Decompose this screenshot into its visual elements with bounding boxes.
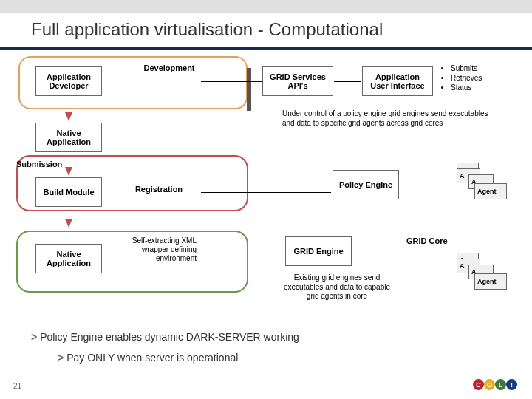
- registration-label: Registration: [126, 185, 192, 194]
- policy-note: Under control of a policy engine grid en…: [282, 109, 489, 128]
- connector-line: [296, 96, 296, 236]
- diagram-area: Application Developer Development GRID S…: [0, 50, 532, 361]
- footer-bullet-1: >Policy Engine enables dynamic DARK-SERV…: [31, 331, 299, 343]
- footer-bullet-2: >Pay ONLY when server is operational: [58, 352, 238, 364]
- connector-line: [334, 81, 361, 82]
- existing-note: Existing grid engines send executables a…: [278, 273, 396, 301]
- connector-line: [399, 185, 455, 185]
- connector-line: [201, 81, 262, 82]
- agent-stack-bottom: A A A Agent: [457, 253, 510, 297]
- box-grid-engine: GRID Engine: [285, 236, 352, 266]
- box-agent: Agent: [474, 273, 507, 290]
- connector-line: [353, 253, 455, 253]
- connector-line: [318, 201, 318, 236]
- agent-stack-top: A A A Agent: [457, 163, 510, 207]
- header-bar: [0, 0, 532, 13]
- box-policy-engine: Policy Engine: [332, 170, 399, 200]
- arrow-down-icon: [65, 112, 72, 121]
- box-agent: Agent: [474, 183, 507, 200]
- connector-line: [201, 192, 331, 193]
- logo-letter: O: [484, 379, 495, 390]
- logo-letter: T: [506, 379, 517, 390]
- arrow-down-icon: [65, 219, 72, 228]
- box-grid-services: GRID Services API's: [262, 66, 333, 96]
- box-app-ui: Application User Interface: [362, 66, 433, 96]
- box-app-developer: Application Developer: [35, 66, 102, 96]
- connector-line: [201, 259, 284, 259]
- box-native-app-2: Native Application: [35, 244, 102, 273]
- page-number: 21: [13, 382, 21, 390]
- logo-letter: L: [495, 379, 506, 390]
- gridcore-label: GRID Core: [406, 236, 448, 245]
- bullet-retrieves: Retrieves: [451, 73, 482, 83]
- development-label: Development: [136, 64, 202, 72]
- submission-label: Submission: [16, 160, 62, 168]
- slide-title: Full application virtualisation - Comput…: [0, 13, 532, 50]
- selfextract-label: Self-extracting XML wrapper defining env…: [124, 236, 197, 263]
- footer-text-2: Pay ONLY when server is operational: [66, 352, 238, 364]
- footer-text-1: Policy Engine enables dynamic DARK-SERVE…: [40, 331, 299, 343]
- dark-tab: [247, 68, 251, 111]
- bullet-status: Status: [451, 83, 482, 92]
- logo-letter: C: [473, 379, 484, 390]
- bullet-submits: Submits: [451, 64, 482, 73]
- box-build-module: Build Module: [35, 177, 102, 207]
- colt-logo: C O L T: [473, 379, 517, 390]
- box-native-app-1: Native Application: [35, 123, 102, 152]
- ui-bullets: Submits Retrieves Status: [442, 64, 482, 92]
- arrow-down-icon: [65, 167, 72, 176]
